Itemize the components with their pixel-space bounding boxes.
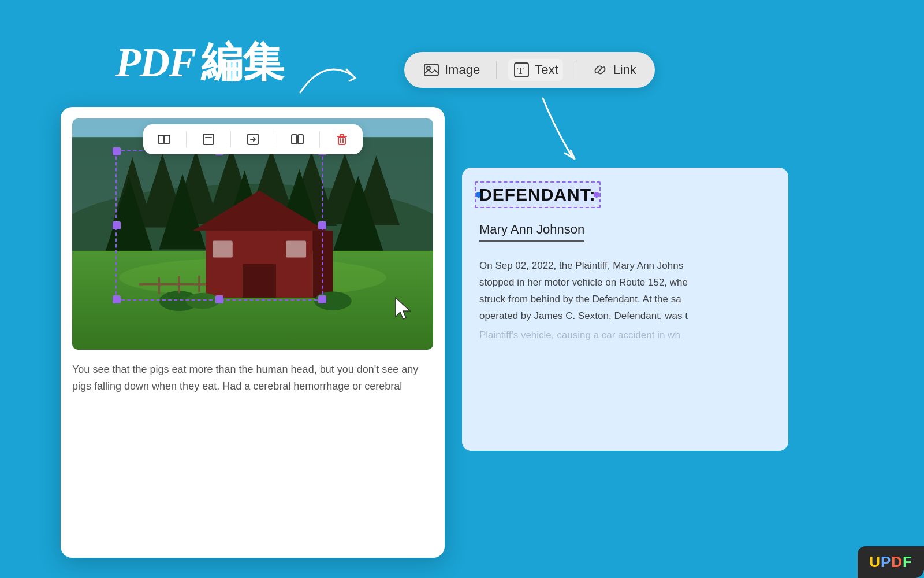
- image-label: Image: [445, 62, 480, 77]
- pdf-image-container: [72, 118, 433, 350]
- svg-rect-38: [203, 134, 214, 144]
- legal-text-2: stopped in her motor vehicle on Route 15…: [479, 275, 771, 291]
- toolbar-sep-2: [230, 131, 231, 147]
- legal-text-3: struck from behind by the Defendant. At …: [479, 291, 771, 308]
- defendant-name: Mary Ann Johnson: [479, 222, 584, 242]
- swap-icon[interactable]: [288, 130, 307, 149]
- updf-d: D: [891, 553, 903, 570]
- svg-rect-41: [298, 135, 303, 144]
- toolbar-sep-4: [319, 131, 320, 147]
- title-area: PDF 編集: [116, 35, 284, 90]
- left-pdf-panel: You see that the pigs eat more than the …: [61, 107, 445, 558]
- toolbar-sep-1: [186, 131, 187, 147]
- right-pdf-panel: DEFENDANT: Mary Ann Johnson On Sep 02, 2…: [462, 168, 788, 451]
- image-icon: [423, 61, 440, 79]
- pdf-title-text: PDF: [116, 39, 195, 87]
- updf-u: U: [869, 553, 881, 570]
- toolbar-sep-3: [275, 131, 275, 147]
- svg-marker-45: [396, 298, 410, 319]
- svg-rect-0: [424, 64, 438, 76]
- kanji-title-text: 編集: [201, 35, 284, 90]
- mouse-cursor: [393, 295, 413, 321]
- legal-text-4: operated by James C. Sexton, Defendant, …: [479, 308, 771, 325]
- crop-icon[interactable]: [155, 130, 173, 149]
- toolbar-to-panel-arrow: [497, 92, 589, 168]
- toolbar-image-button[interactable]: Image: [418, 59, 485, 81]
- replace-icon[interactable]: [244, 130, 262, 149]
- text-label: Text: [535, 62, 558, 77]
- updf-logo: UPDF: [869, 553, 912, 571]
- svg-rect-40: [292, 135, 297, 144]
- svg-rect-36: [158, 135, 164, 143]
- toolbar-text-button[interactable]: T Text: [508, 59, 562, 81]
- defendant-label: DEFENDANT:: [479, 185, 596, 204]
- edit-toolbar: Image T Text Link: [404, 52, 655, 88]
- decorative-arrow: [295, 58, 364, 104]
- updf-f: F: [903, 553, 912, 570]
- image-edit-toolbar: [143, 124, 363, 154]
- text-icon: T: [513, 61, 530, 79]
- legal-text-1: On Sep 02, 2022, the Plaintiff, Mary Ann…: [479, 258, 771, 275]
- updf-p: P: [881, 553, 891, 570]
- svg-rect-37: [164, 135, 170, 143]
- legal-text-faded: Plaintiff's vehicle, causing a car accid…: [479, 327, 771, 344]
- rotate-icon[interactable]: [199, 130, 218, 149]
- updf-badge: UPDF: [858, 546, 924, 578]
- toolbar-divider-2: [575, 61, 575, 79]
- trash-icon[interactable]: [333, 130, 351, 149]
- toolbar-link-button[interactable]: Link: [587, 59, 641, 81]
- link-label: Link: [613, 62, 636, 77]
- link-icon: [591, 61, 609, 79]
- svg-rect-42: [338, 137, 345, 144]
- defendant-selected-text: DEFENDANT:: [479, 185, 596, 205]
- svg-text:T: T: [517, 66, 524, 76]
- left-panel-body-text: You see that the pigs eat more than the …: [72, 361, 433, 395]
- toolbar-divider-1: [496, 61, 497, 79]
